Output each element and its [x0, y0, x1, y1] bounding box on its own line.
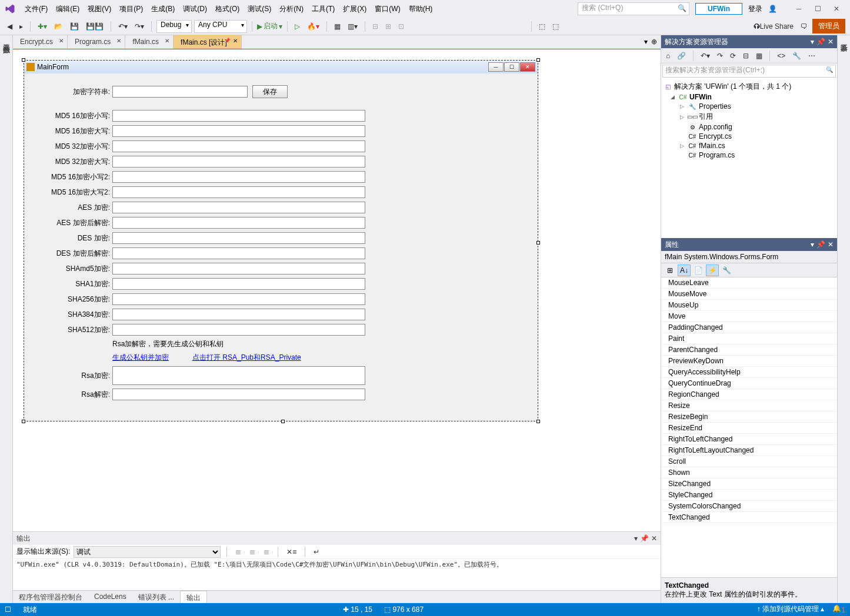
bottom-tab[interactable]: CodeLens [88, 591, 132, 603]
form-input[interactable] [112, 263, 365, 274]
menu-W[interactable]: 窗口(W) [371, 2, 404, 16]
out-btn-1[interactable]: ≣ [233, 547, 244, 557]
diagnostics-sidetab[interactable]: 诊断工具 [837, 35, 850, 603]
doc-tab[interactable]: Encrypt.cs✕ [13, 35, 68, 49]
form-input[interactable] [112, 232, 365, 244]
se-close-icon[interactable]: ✕ [828, 38, 834, 46]
property-row[interactable]: ParentChanged [661, 344, 837, 356]
feedback-button[interactable]: 🗨 [798, 21, 810, 32]
property-row[interactable]: TextChanged [661, 512, 837, 523]
bottom-tab[interactable]: 程序包管理器控制台 [13, 591, 88, 603]
tree-item[interactable]: C#Encrypt.cs [664, 132, 835, 141]
live-share-button[interactable]: ⮉ Live Share [751, 21, 796, 32]
property-row[interactable]: RightToLeftLayoutChanged [661, 445, 837, 456]
output-source-dropdown[interactable]: 调试 [74, 546, 221, 558]
pr-close-icon[interactable]: ✕ [828, 240, 834, 249]
platform-dropdown[interactable]: Any CPU [194, 20, 247, 33]
property-row[interactable]: MouseMove [661, 289, 837, 300]
new-project-button[interactable]: ✚▾ [35, 21, 49, 32]
tab-overflow-icon[interactable]: ▾ [644, 38, 648, 46]
user-icon[interactable]: 👤 [768, 5, 777, 13]
property-row[interactable]: Paint [661, 333, 837, 344]
se-refresh-icon[interactable]: ⟳ [728, 51, 738, 61]
categorized-button[interactable]: ⊞ [664, 265, 676, 276]
hot-reload-button[interactable]: 🔥▾ [305, 21, 322, 32]
property-row[interactable]: RightToLeftChanged [661, 434, 837, 445]
clear-output-button[interactable]: ✕≡ [284, 547, 299, 557]
global-search-input[interactable]: 搜索 (Ctrl+Q) [578, 2, 689, 15]
menu-X[interactable]: 扩展(X) [339, 2, 370, 16]
notif-icon[interactable]: 🔔1 [832, 604, 845, 614]
menu-F[interactable]: 文件(F) [21, 2, 51, 16]
property-row[interactable]: SizeChanged [661, 478, 837, 490]
rsa-open-link[interactable]: 点击打开 RSA_Pub和RSA_Private [192, 353, 301, 363]
form-input[interactable] [112, 278, 365, 290]
redo-button[interactable]: ↷▾ [132, 21, 146, 32]
property-row[interactable]: QueryAccessibilityHelp [661, 367, 837, 378]
se-fwd-icon[interactable]: ↷ [715, 51, 725, 61]
menu-H[interactable]: 帮助(H) [405, 2, 436, 16]
doc-tab[interactable]: fMain.cs✕ [125, 35, 174, 49]
align-btn-3[interactable]: ⊡ [396, 21, 406, 32]
form-input[interactable] [112, 125, 365, 137]
form-input[interactable] [112, 309, 365, 320]
form-designer-surface[interactable]: MainForm ─ ☐ ✕ 加密字符串:保存MD5 16加密小写:MD5 16… [13, 49, 661, 531]
tab-promote-icon[interactable]: ⊕ [651, 38, 657, 46]
property-row[interactable]: QueryContinueDrag [661, 378, 837, 389]
form-input[interactable] [112, 140, 365, 152]
properties-object-selector[interactable]: fMain System.Windows.Forms.Form [661, 251, 837, 263]
start-noDebug-button[interactable]: ▷ [292, 21, 302, 32]
property-row[interactable]: ResizeEnd [661, 423, 837, 434]
form-input[interactable] [112, 247, 365, 259]
form-min-button[interactable]: ─ [488, 62, 504, 72]
form-input[interactable] [112, 110, 365, 122]
tree-item[interactable]: ▷▭▭引用 [664, 111, 835, 122]
menu-B[interactable]: 生成(B) [148, 2, 178, 16]
se-sync-icon[interactable]: 🔗 [675, 51, 688, 61]
se-code-icon[interactable]: <> [775, 51, 788, 61]
menu-N[interactable]: 分析(N) [276, 2, 307, 16]
property-row[interactable]: Resize [661, 400, 837, 411]
save-button[interactable]: 💾 [68, 21, 81, 32]
save-all-button[interactable]: 💾💾 [84, 21, 106, 32]
se-showall-icon[interactable]: ▦ [754, 51, 765, 61]
rsa-gen-link[interactable]: 生成公私钥并加密 [112, 353, 169, 363]
extension-btn-1[interactable]: ⬚ [536, 21, 548, 32]
layout-btn-2[interactable]: ▥▾ [345, 21, 360, 32]
property-row[interactable]: StyleChanged [661, 490, 837, 501]
undo-button[interactable]: ↶▾ [116, 21, 130, 32]
menu-P[interactable]: 项目(P) [116, 2, 146, 16]
bottom-tab[interactable]: 错误列表 ... [132, 591, 180, 603]
maximize-button[interactable]: ☐ [809, 3, 826, 15]
form-input[interactable] [112, 217, 365, 229]
property-row[interactable]: MouseUp [661, 300, 837, 311]
property-row[interactable]: Move [661, 311, 837, 322]
form-max-button[interactable]: ☐ [504, 62, 519, 72]
se-prop-icon[interactable]: 🔧 [790, 51, 804, 61]
property-row[interactable]: MouseLeave [661, 277, 837, 289]
doc-tab[interactable]: Program.cs✕ [68, 35, 125, 49]
se-more-icon[interactable]: ⋯ [806, 51, 818, 61]
solution-tree[interactable]: ◱解决方案 'UFWin' (1 个项目，共 1 个)◢C#UFWin▷🔧Pro… [661, 79, 837, 238]
property-row[interactable]: Shown [661, 467, 837, 478]
se-collapse-icon[interactable]: ⊟ [741, 51, 751, 61]
forward-button[interactable]: ▸ [17, 21, 25, 32]
bottom-tab[interactable]: 输出 [180, 591, 207, 603]
form-close-button[interactable]: ✕ [520, 62, 535, 72]
se-home-icon[interactable]: ⌂ [664, 51, 672, 61]
menu-D[interactable]: 调试(D) [179, 2, 211, 16]
property-row[interactable]: PaddingChanged [661, 322, 837, 333]
properties-list[interactable]: MouseLeaveMouseMoveMouseUpMovePaddingCha… [661, 277, 837, 577]
align-btn-2[interactable]: ⊞ [383, 21, 394, 32]
toolbox-sidetab[interactable]: 工具箱 数据源 [0, 35, 13, 603]
se-pin-icon[interactable]: 📌 [816, 38, 825, 46]
form-input[interactable] [112, 171, 365, 183]
menu-V[interactable]: 视图(V) [84, 2, 115, 16]
prop-pages-button[interactable]: 🔧 [720, 265, 733, 276]
doc-tab[interactable]: fMain.cs [设计]📌✕ [174, 35, 242, 49]
tree-item[interactable]: ▷C#fMain.cs [664, 141, 835, 150]
alphabetical-button[interactable]: A↓ [678, 265, 691, 276]
menu-E[interactable]: 编辑(E) [52, 2, 83, 16]
close-button[interactable]: ✕ [828, 3, 845, 15]
menu-T[interactable]: 工具(T) [308, 2, 338, 16]
